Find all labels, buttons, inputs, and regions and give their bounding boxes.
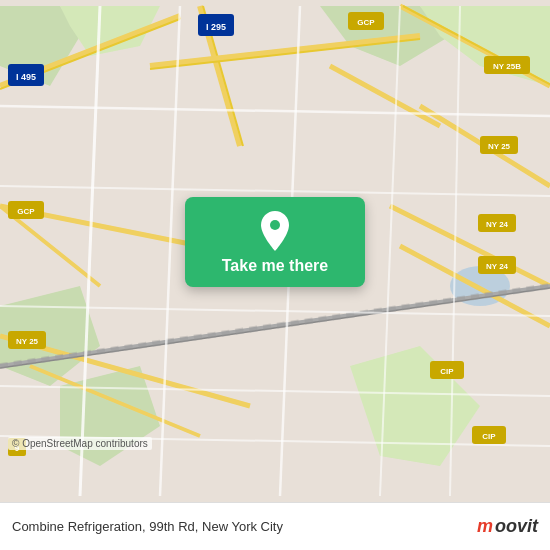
svg-text:NY 25B: NY 25B <box>493 62 521 71</box>
moovit-m-letter: m <box>477 516 493 537</box>
bottom-bar: Combine Refrigeration, 99th Rd, New York… <box>0 502 550 550</box>
take-me-there-button[interactable]: Take me there <box>185 197 365 287</box>
copyright-text: © OpenStreetMap contributors <box>8 437 152 450</box>
map-area: I 495 I 295 GCP NY 25B NY 25 NY 24 NY 24… <box>0 0 550 502</box>
location-text: Combine Refrigeration, 99th Rd, New York… <box>12 519 477 534</box>
svg-text:I 295: I 295 <box>206 22 226 32</box>
svg-text:NY 24: NY 24 <box>486 220 509 229</box>
svg-text:NY 25: NY 25 <box>488 142 511 151</box>
app-container: I 495 I 295 GCP NY 25B NY 25 NY 24 NY 24… <box>0 0 550 550</box>
svg-text:I 495: I 495 <box>16 72 36 82</box>
svg-text:CIP: CIP <box>440 367 454 376</box>
moovit-oovit-letters: oovit <box>495 516 538 537</box>
svg-point-62 <box>270 220 280 230</box>
svg-text:GCP: GCP <box>357 18 375 27</box>
cta-label: Take me there <box>209 257 341 275</box>
svg-text:NY 25: NY 25 <box>16 337 39 346</box>
svg-text:NY 24: NY 24 <box>486 262 509 271</box>
svg-text:GCP: GCP <box>17 207 35 216</box>
svg-text:CIP: CIP <box>482 432 496 441</box>
moovit-logo: m oovit <box>477 516 538 537</box>
location-pin-icon <box>255 209 295 249</box>
